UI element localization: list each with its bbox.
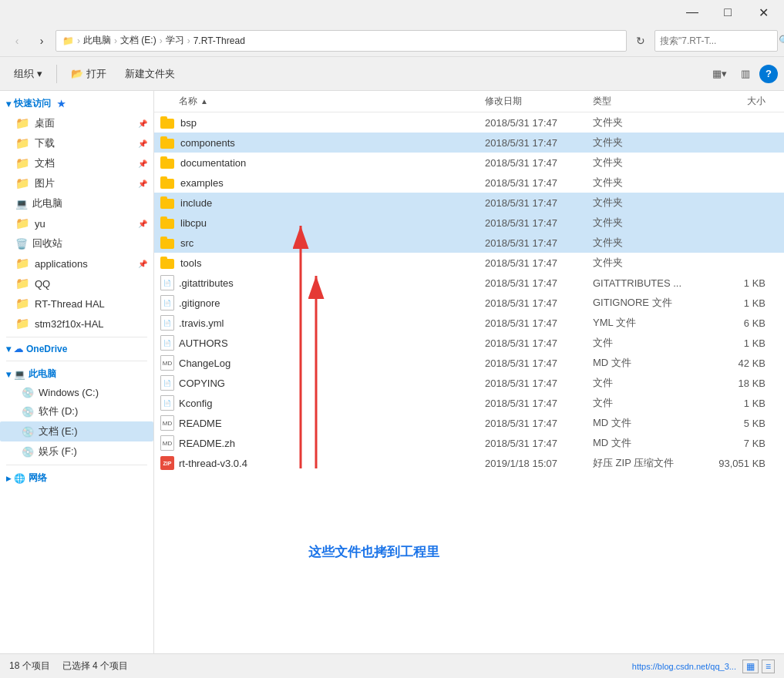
sidebar-item-qq[interactable]: 📁 QQ [0,274,153,294]
zip-icon: ZIP [160,456,174,470]
table-row[interactable]: libcpu 2018/5/31 17:47 文件夹 [154,213,784,233]
yu-pin-icon: 📌 [138,220,147,228]
close-button[interactable]: ✕ [745,0,781,25]
table-row[interactable]: 📄 .gitignore 2018/5/31 17:47 GITIGNORE 文… [154,293,784,313]
file-icon: 📄 [160,335,174,351]
sidebar-item-documents-label: 文档 [35,156,55,170]
sidebar-item-rtthread[interactable]: 📁 RT-Thread HAL [0,294,153,314]
col-size-label: 大小 [747,96,765,106]
documents-pin-icon: 📌 [138,159,147,168]
yu-folder-icon: 📁 [15,216,30,230]
sidebar-item-downloads-label: 下载 [35,136,55,150]
website-link[interactable]: https://blog.csdn.net/qq_3... [632,662,736,671]
table-row[interactable]: MD ChangeLog 2018/5/31 17:47 MD 文件 42 KB [154,353,784,373]
file-name: examples [180,177,485,189]
search-input[interactable] [660,35,776,46]
file-list: 名称 ▲ 修改日期 类型 大小 bsp 2018/5/31 17:47 文件夹 [154,91,784,653]
sidebar-item-desktop[interactable]: 📁 桌面 📌 [0,113,153,133]
organize-label: 组织 [14,67,34,81]
help-button[interactable]: ? [759,65,778,83]
view-icon2[interactable]: ≡ [762,660,775,673]
table-row[interactable]: 📄 .travis.yml 2018/5/31 17:47 YML 文件 6 K… [154,313,784,333]
refresh-button[interactable]: ↻ [630,30,651,52]
sidebar-item-pictures[interactable]: 📁 图片 📌 [0,173,153,193]
stm32hal-folder-icon: 📁 [15,317,30,331]
sidebar-item-yu[interactable]: 📁 yu 📌 [0,213,153,233]
sidebar-onedrive-header[interactable]: ▾ ☁ OneDrive [0,341,153,357]
sidebar-network-header[interactable]: ▸ 🌐 网络 [0,468,153,488]
computer-expand-icon: ▾ [6,369,11,380]
col-date-header[interactable]: 修改日期 [485,95,593,108]
sidebar-computer-header[interactable]: ▾ 💻 此电脑 [0,364,153,384]
sidebar-drive-d[interactable]: 💿 软件 (D:) [0,401,153,421]
file-name: rt-thread-v3.0.4 [179,458,485,469]
open-button[interactable]: 📂 打开 [63,62,114,86]
file-type: 文件 [593,376,708,390]
sidebar-item-downloads[interactable]: 📁 下载 📌 [0,133,153,153]
table-row[interactable]: MD README.zh 2018/5/31 17:47 MD 文件 7 KB [154,433,784,453]
file-date: 2018/5/31 17:47 [485,357,593,369]
applications-pin-icon: 📌 [138,260,147,268]
breadcrumb-part1[interactable]: 此电脑 [83,34,111,47]
organize-button[interactable]: 组织 ▾ [6,62,50,86]
table-row[interactable]: ZIP rt-thread-v3.0.4 2019/1/18 15:07 好压 … [154,453,784,473]
statusbar-right: https://blog.csdn.net/qq_3... ▦ ≡ [632,660,775,673]
file-name: src [180,237,485,249]
table-row[interactable]: examples 2018/5/31 17:47 文件夹 [154,173,784,193]
sidebar-quick-access-header[interactable]: ▾ 快速访问 ★ [0,94,153,113]
table-row[interactable]: 📄 .gitattributes 2018/5/31 17:47 GITATTR… [154,273,784,293]
sidebar-drive-e[interactable]: 💿 文档 (E:) [0,421,153,441]
file-date: 2018/5/31 17:47 [485,297,593,309]
file-name: .travis.yml [179,317,485,329]
file-date: 2018/5/31 17:47 [485,157,593,169]
address-bar: ‹ › 📁 › 此电脑 › 文档 (E:) › 学习 › 7.RT-Thread… [0,25,784,57]
sidebar-item-stm32hal[interactable]: 📁 stm32f10x-HAL [0,314,153,334]
table-row[interactable]: 📄 AUTHORS 2018/5/31 17:47 文件 1 KB [154,333,784,353]
table-row[interactable]: MD README 2018/5/31 17:47 MD 文件 5 KB [154,413,784,433]
table-row[interactable]: components 2018/5/31 17:47 文件夹 [154,133,784,153]
table-row[interactable]: 📄 Kconfig 2018/5/31 17:47 文件 1 KB [154,393,784,413]
col-name-label: 名称 [179,95,197,108]
file-name: documentation [180,157,485,169]
forward-button[interactable]: › [31,30,52,52]
sidebar: ▾ 快速访问 ★ 📁 桌面 📌 📁 下载 📌 📁 文档 📌 📁 图 [0,91,154,653]
sidebar-item-documents[interactable]: 📁 文档 📌 [0,153,153,173]
file-icon: 📄 [160,295,174,310]
computer-icon: 💻 [15,198,28,210]
view-icons[interactable]: ▦ ≡ [742,660,775,673]
back-button[interactable]: ‹ [6,30,28,52]
search-box[interactable]: 🔍 [654,30,778,52]
sidebar-drive-f[interactable]: 💿 娱乐 (F:) [0,441,153,462]
md-file-icon: MD [160,355,174,371]
file-type: 文件夹 [593,156,708,170]
sidebar-item-recycle[interactable]: 🗑️ 回收站 [0,233,153,253]
file-icon: 📄 [160,315,174,331]
pane-button[interactable]: ▥ [733,63,758,85]
table-row[interactable]: src 2018/5/31 17:47 文件夹 [154,233,784,253]
col-name-header[interactable]: 名称 ▲ [160,95,485,108]
col-type-header[interactable]: 类型 [593,95,708,108]
sidebar-divider3 [6,465,147,465]
table-row[interactable]: include 2018/5/31 17:47 文件夹 [154,193,784,213]
minimize-button[interactable]: — [675,0,710,25]
breadcrumb-computer[interactable]: 📁 [62,35,74,46]
sidebar-item-computer[interactable]: 💻 此电脑 [0,193,153,213]
breadcrumb[interactable]: 📁 › 此电脑 › 文档 (E:) › 学习 › 7.RT-Thread [56,30,627,52]
sidebar-drive-c[interactable]: 💿 Windows (C:) [0,384,153,401]
view-icon1[interactable]: ▦ [742,660,759,673]
col-size-header[interactable]: 大小 [708,95,778,108]
breadcrumb-part2[interactable]: 文档 (E:) [120,34,156,47]
sidebar-item-applications[interactable]: 📁 applications 📌 [0,253,153,274]
file-name: Kconfig [179,398,485,409]
table-row[interactable]: 📄 COPYING 2018/5/31 17:47 文件 18 KB [154,373,784,393]
new-folder-button[interactable]: 新建文件夹 [117,62,183,86]
sidebar-item-rtthread-label: RT-Thread HAL [35,298,105,310]
maximize-button[interactable]: □ [710,0,745,25]
table-row[interactable]: documentation 2018/5/31 17:47 文件夹 [154,153,784,173]
table-row[interactable]: bsp 2018/5/31 17:47 文件夹 [154,112,784,133]
breadcrumb-part3[interactable]: 学习 [166,34,184,47]
breadcrumb-part4[interactable]: 7.RT-Thread [193,35,245,46]
file-name: tools [180,257,485,269]
view-toggle-button[interactable]: ▦▾ [707,63,732,85]
table-row[interactable]: tools 2018/5/31 17:47 文件夹 [154,253,784,273]
